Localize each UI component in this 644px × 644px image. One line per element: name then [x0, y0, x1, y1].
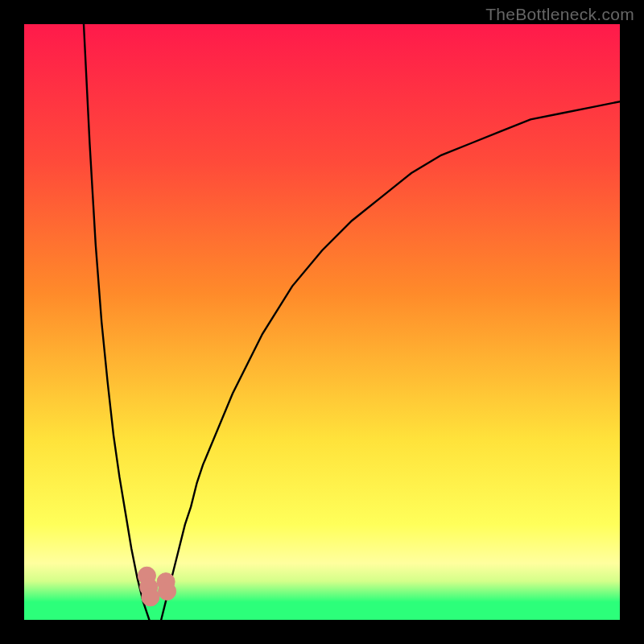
series-group: [84, 24, 620, 620]
marker-group: [138, 567, 175, 606]
series-right-curve: [161, 101, 620, 620]
watermark-text: TheBottleneck.com: [485, 5, 634, 24]
data-marker: [159, 582, 176, 600]
data-marker: [142, 588, 159, 606]
curves-layer: [24, 24, 620, 620]
series-left-curve: [84, 24, 149, 620]
chart-root: TheBottleneck.com: [0, 0, 644, 644]
plot-area: [24, 24, 620, 620]
